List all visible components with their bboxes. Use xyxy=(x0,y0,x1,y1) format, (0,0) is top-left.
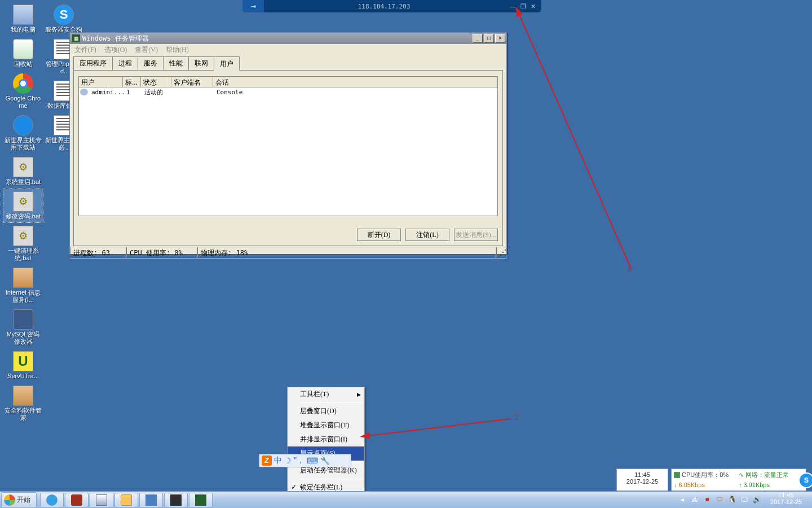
tm-close-button[interactable]: × xyxy=(495,34,505,43)
tm-user-row[interactable]: admini... 1 活动的 Console xyxy=(79,87,497,97)
desktop-icon-recycle-bin[interactable]: 回收站 xyxy=(3,37,43,70)
task-manager-window: ▦ Windows 任务管理器 _ □ × 文件(F) 选项(O) 查看(V) … xyxy=(69,32,507,255)
safedog-status-popup: CPU使用率：0% ∿网络：流量正常 ↓6.05Kbps ↑3.91Kbps xyxy=(671,468,806,491)
windows-orb-icon xyxy=(4,494,15,506)
rdp-restore-button[interactable]: ❐ xyxy=(520,3,526,10)
desktop-icon-change-password-bat[interactable]: 修改密码.bat xyxy=(3,189,43,222)
tray-expand-icon[interactable]: ◂ xyxy=(678,495,687,504)
tray-volume-icon[interactable]: 🔊 xyxy=(752,495,761,504)
ctx-separator xyxy=(300,479,363,479)
ime-mode-label[interactable]: 中 xyxy=(274,456,282,466)
tm-col-user[interactable]: 用户 xyxy=(79,77,123,87)
rdp-close-button[interactable]: ✕ xyxy=(531,3,536,10)
tm-tab-services[interactable]: 服务 xyxy=(138,56,164,70)
ctx-toolbars[interactable]: 工具栏(T) xyxy=(288,387,364,401)
tm-status-memory: 物理内存: 18% xyxy=(197,247,496,259)
ql-rdp[interactable] xyxy=(139,493,163,507)
ctx-stack-windows[interactable]: 堆叠显示窗口(T) xyxy=(288,418,364,432)
sd-cpu-usage: CPU使用率：0% xyxy=(674,470,739,480)
ctx-cascade-windows[interactable]: 层叠窗口(D) xyxy=(288,404,364,418)
sd-clock-date: 2017-12-25 xyxy=(617,478,668,485)
tm-disconnect-button[interactable]: 断开(D) xyxy=(357,229,401,241)
annotation-label-2: 2 xyxy=(514,413,518,422)
ql-app-a[interactable] xyxy=(65,493,89,507)
tm-tab-applications[interactable]: 应用程序 xyxy=(73,56,113,70)
sd-upload-speed: ↑3.91Kbps xyxy=(739,480,804,489)
desktop-icon-mysql-pw[interactable]: MySQL密码修改器 xyxy=(3,307,43,348)
quick-launch-bar xyxy=(40,493,213,507)
rdp-ip-label: 118.184.17.203 xyxy=(264,3,504,10)
clock-time: 11:45 xyxy=(764,492,809,498)
rdp-minimize-button[interactable]: — xyxy=(510,3,516,10)
tm-logoff-button[interactable]: 注销(L) xyxy=(405,229,449,241)
tm-tab-performance[interactable]: 性能 xyxy=(163,56,189,70)
tm-status-processes: 进程数: 63 xyxy=(70,247,126,259)
tm-menu-help[interactable]: 帮助(H) xyxy=(166,45,189,55)
tm-maximize-button[interactable]: □ xyxy=(484,34,494,43)
tm-menu-file[interactable]: 文件(F) xyxy=(74,45,96,55)
ctx-side-by-side[interactable]: 并排显示窗口(I) xyxy=(288,432,364,446)
sd-download-speed: ↓6.05Kbps xyxy=(674,480,739,489)
desktop-icon-cleanup-bat[interactable]: 一键清理系统.bat xyxy=(3,224,43,264)
ql-app-wing[interactable] xyxy=(164,493,188,507)
tray-monitor-icon[interactable]: 🖵 xyxy=(740,495,749,504)
task-manager-titlebar[interactable]: ▦ Windows 任务管理器 _ □ × xyxy=(70,33,506,44)
desktop-icon-chrome[interactable]: Google Chrome xyxy=(3,71,43,112)
annotation-label-1: 1 xyxy=(627,265,631,274)
tm-minimize-button[interactable]: _ xyxy=(473,34,483,43)
taskbar-clock[interactable]: 11:45 2017-12-25 xyxy=(764,491,809,508)
tm-tab-processes[interactable]: 进程 xyxy=(112,56,138,70)
desktop-icon-my-computer[interactable]: 我的电脑 xyxy=(3,2,43,36)
start-label: 开始 xyxy=(17,495,30,505)
tm-menu-view[interactable]: 查看(V) xyxy=(135,45,158,55)
ime-settings-icon[interactable]: 🔧 xyxy=(320,456,330,465)
tm-send-message-button[interactable]: 发送消息(S)... xyxy=(454,229,498,241)
ime-toolbar[interactable]: Z 中 ☽ "， ⌨ 🔧 xyxy=(259,454,351,467)
tray-qq-icon[interactable]: 🐧 xyxy=(727,495,736,504)
annotation-arrow-1 xyxy=(513,10,643,277)
tm-col-client[interactable]: 客户端名 xyxy=(171,77,213,87)
desktop-icon-safedog[interactable]: S服务器安全狗 xyxy=(44,2,83,36)
taskbar-context-menu: 工具栏(T) 层叠窗口(D) 堆叠显示窗口(T) 并排显示窗口(I) 显示桌面(… xyxy=(287,387,365,508)
ctx-separator xyxy=(300,402,363,403)
desktop-icon-safedog-manager[interactable]: 安全狗软件管家 xyxy=(3,383,43,424)
tm-col-id[interactable]: 标... xyxy=(123,77,141,87)
tm-col-session[interactable]: 会话 xyxy=(213,77,247,87)
tray-safedog-icon[interactable]: 🛡 xyxy=(715,495,724,504)
svg-line-1 xyxy=(368,419,511,436)
task-manager-status-bar: 进程数: 63 CPU 使用率: 0% 物理内存: 18% ⋰ xyxy=(70,246,506,259)
sd-network-status: ∿网络：流量正常 xyxy=(739,470,804,480)
svg-line-0 xyxy=(519,14,632,270)
safedog-clock-popup: 11:45 2017-12-25 xyxy=(616,468,668,491)
ime-keyboard-icon[interactable]: ⌨ xyxy=(307,456,318,465)
desktop-icon-iis[interactable]: Internet 信息服务(I... xyxy=(3,265,43,306)
tm-tab-users[interactable]: 用户 xyxy=(214,56,240,71)
desktop-icon-servu[interactable]: UServUTra... xyxy=(3,349,43,382)
ql-browser[interactable] xyxy=(40,493,64,507)
ql-show-desktop[interactable] xyxy=(90,493,113,507)
start-button[interactable]: 开始 xyxy=(1,492,37,508)
tray-network-icon[interactable]: 🖧 xyxy=(690,495,699,504)
clock-date: 2017-12-25 xyxy=(764,498,809,505)
tm-status-cpu: CPU 使用率: 0% xyxy=(126,247,197,259)
desktop-icon-reboot-bat[interactable]: 系统重启.bat xyxy=(3,155,43,188)
rdp-pin-button[interactable]: ⇥ xyxy=(242,0,264,12)
tray-stop-icon[interactable]: ■ xyxy=(703,495,712,504)
ime-engine-icon[interactable]: Z xyxy=(262,456,272,466)
tm-resize-grip[interactable]: ⋰ xyxy=(496,247,506,259)
ql-explorer[interactable] xyxy=(114,493,138,507)
task-manager-icon: ▦ xyxy=(72,34,80,42)
user-icon xyxy=(80,89,88,95)
safedog-tray-bubble[interactable]: S xyxy=(798,472,812,488)
desktop-icon-download-site[interactable]: 新世界主机专用下载站 xyxy=(3,113,43,154)
sd-clock-time: 11:45 xyxy=(617,471,668,478)
task-manager-tabs: 应用程序 进程 服务 性能 联网 用户 xyxy=(73,56,503,70)
desktop-icons-column-1: 我的电脑 回收站 Google Chrome 新世界主机专用下载站 系统重启.b… xyxy=(3,2,43,424)
tm-menu-options[interactable]: 选项(O) xyxy=(104,45,127,55)
tm-tab-networking[interactable]: 联网 xyxy=(188,56,214,70)
ime-punctuation-icon[interactable]: "， xyxy=(294,456,304,466)
ql-task-manager[interactable] xyxy=(189,493,213,507)
rdp-connection-bar: ⇥ 118.184.17.203 — ❐ ✕ xyxy=(242,0,541,12)
tm-col-state[interactable]: 状态 xyxy=(141,77,171,87)
ime-half-moon-icon[interactable]: ☽ xyxy=(284,456,292,465)
